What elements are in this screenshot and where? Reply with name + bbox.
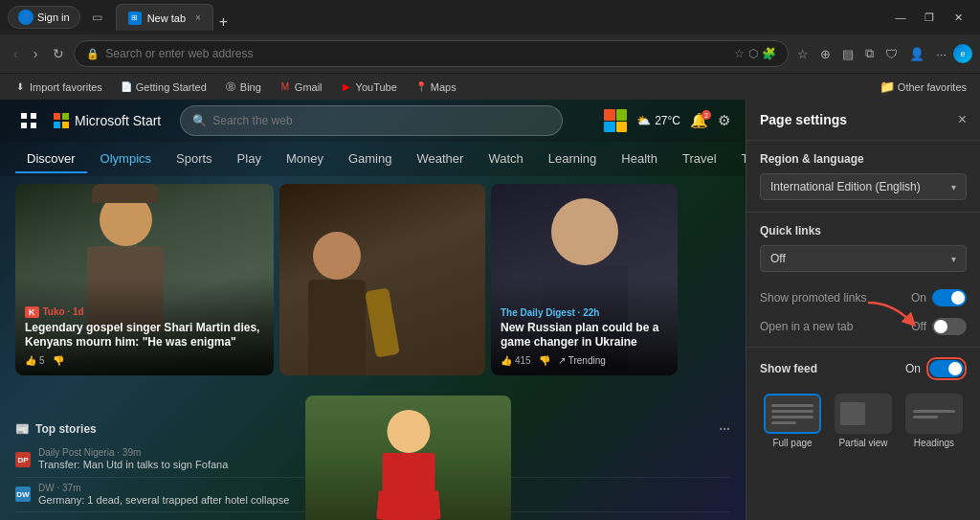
tab-sports[interactable]: Sports	[165, 146, 224, 173]
region-dropdown[interactable]: International Edition (English) ▾	[760, 173, 967, 200]
story-2-title: Germany: 1 dead, several trapped after h…	[38, 493, 289, 507]
tab-olympics-label: Olympics	[100, 151, 151, 166]
maximize-button[interactable]: ❐	[915, 8, 944, 27]
address-bar[interactable]: 🔒 ☆ ⬡ 🧩	[74, 40, 789, 67]
sign-in-button[interactable]: 👤 Sign in	[8, 6, 80, 29]
fav-other-favorites[interactable]: 📁 Other favorites	[874, 78, 972, 96]
tab-traffic[interactable]: Traffic	[730, 146, 746, 173]
tab-watch[interactable]: Watch	[477, 146, 534, 173]
feed-view-headings[interactable]: Headings	[902, 394, 967, 448]
tab-learning[interactable]: Learning	[537, 146, 609, 173]
news-card-3-likes[interactable]: 👍 415	[501, 355, 531, 366]
fav-getting-started[interactable]: 📄 Getting Started	[114, 79, 212, 96]
panel-close-button[interactable]: ×	[958, 111, 967, 128]
msn-logo: Microsoft Start	[54, 113, 161, 128]
news-card-1-source-name: Tuko · 1d	[43, 306, 84, 317]
maps-icon: 📍	[414, 80, 428, 94]
getting-started-icon: 📄	[120, 80, 133, 94]
news-card-2[interactable]	[279, 184, 485, 375]
browser-essentials-button[interactable]: 🛡	[880, 43, 902, 65]
active-tab[interactable]: ⊞ New tab ×	[116, 4, 213, 31]
msn-search-input[interactable]	[212, 114, 550, 127]
new-tab-button[interactable]: +	[213, 13, 234, 31]
news-card-1-likes[interactable]: 👍 5	[25, 355, 45, 366]
story-2-source-name: DW	[38, 483, 55, 493]
news-card-3-title: New Russian plan could be a game changer…	[501, 321, 668, 350]
extensions-icon[interactable]: 🧩	[762, 47, 776, 60]
open-new-tab-control: Off	[911, 318, 967, 335]
tab-bar: ⊞ New tab × +	[116, 4, 234, 31]
news-card-2-image	[279, 184, 485, 375]
refresh-button[interactable]: ↻	[47, 42, 70, 65]
address-input[interactable]	[105, 47, 728, 60]
msn-windows-logo[interactable]	[604, 109, 627, 132]
lock-icon: 🔒	[86, 48, 100, 60]
inprivate-button[interactable]: ⊕	[815, 43, 835, 65]
fav-getting-started-label: Getting Started	[136, 81, 207, 93]
story-2-source-icon: DW	[15, 486, 31, 502]
tab-health[interactable]: Health	[610, 146, 669, 173]
account-button[interactable]: 👤	[904, 43, 929, 65]
fav-bing[interactable]: Ⓑ Bing	[218, 79, 267, 96]
tab-strip-toggle[interactable]: ▭	[86, 9, 108, 26]
profile-icon: 👤	[18, 10, 33, 25]
likes-count: 5	[39, 355, 45, 366]
apps-grid-button[interactable]	[15, 113, 42, 128]
news-cards-row: K Tuko · 1d Legendary gospel singer Shar…	[15, 184, 730, 406]
msn-settings-button[interactable]: ⚙	[718, 112, 730, 129]
tab-gaming[interactable]: Gaming	[337, 146, 404, 173]
news-card-3-meta: 👍 415 👎 ↗ Trending	[501, 355, 668, 366]
fav-gmail[interactable]: M Gmail	[273, 79, 328, 96]
news-card-1-title: Legendary gospel singer Shari Martin die…	[25, 321, 264, 350]
more-button[interactable]: ···	[931, 43, 951, 65]
stories-more-button[interactable]: ···	[719, 421, 730, 437]
panel-title: Page settings	[760, 112, 847, 127]
fav-youtube[interactable]: ▶ YouTube	[334, 79, 403, 96]
fav-youtube-label: YouTube	[356, 81, 397, 93]
collections-icon[interactable]: ⬡	[748, 47, 758, 60]
bing-icon: Ⓑ	[224, 80, 237, 94]
tab-weather[interactable]: Weather	[405, 146, 475, 173]
show-feed-toggle[interactable]	[929, 360, 964, 377]
feed-view-full-page[interactable]: Full page	[760, 394, 825, 448]
msn-content: K Tuko · 1d Legendary gospel singer Shar…	[0, 176, 746, 520]
favorites-icon[interactable]: ☆	[734, 47, 745, 60]
split-view-button[interactable]: ⧉	[860, 42, 879, 65]
panel-header: Page settings ×	[746, 100, 980, 136]
fav-maps-label: Maps	[431, 81, 457, 93]
weather-widget[interactable]: ⛅ 27°C	[636, 114, 680, 127]
story-1-time: 39m	[122, 447, 141, 458]
partial-view-icon	[835, 394, 892, 434]
tab-discover[interactable]: Discover	[15, 146, 87, 173]
fav-maps[interactable]: 📍 Maps	[409, 79, 462, 96]
tab-olympics[interactable]: Olympics	[89, 146, 163, 173]
quick-links-dropdown[interactable]: Off ▾	[760, 245, 967, 272]
close-button[interactable]: ✕	[944, 8, 972, 27]
back-button[interactable]: ‹	[8, 42, 24, 65]
workspaces-button[interactable]: ▤	[837, 43, 858, 65]
story-2-meta: DW · 37m	[38, 483, 289, 493]
news-card-3[interactable]: The Daily Digest · 22h New Russian plan …	[491, 184, 678, 375]
thumbs-down-icon-3[interactable]: 👎	[539, 355, 550, 366]
minimize-button[interactable]: —	[886, 8, 915, 27]
region-dropdown-value: International Edition (English)	[770, 180, 921, 193]
tab-weather-label: Weather	[416, 151, 463, 166]
news-card-1[interactable]: K Tuko · 1d Legendary gospel singer Shar…	[15, 184, 274, 375]
show-promoted-toggle[interactable]	[932, 289, 967, 306]
feed-view-partial[interactable]: Partial view	[831, 394, 896, 448]
trending-arrow-icon: ↗	[558, 355, 566, 366]
tab-close-button[interactable]: ×	[195, 12, 201, 23]
msn-search-bar[interactable]: 🔍	[180, 105, 563, 136]
fav-import[interactable]: ⬇ Import favorites	[8, 79, 108, 96]
share-button[interactable]: ☆	[792, 43, 813, 65]
import-icon: ⬇	[13, 80, 27, 94]
tab-money[interactable]: Money	[275, 146, 335, 173]
tab-travel[interactable]: Travel	[671, 146, 728, 173]
notifications-button[interactable]: 🔔 2	[690, 112, 708, 129]
forward-button[interactable]: ›	[28, 42, 44, 65]
open-new-tab-toggle[interactable]	[932, 318, 967, 335]
tab-play[interactable]: Play	[226, 146, 273, 173]
msn-header-right: ⛅ 27°C 🔔 2 ⚙	[604, 109, 730, 132]
thumbs-down-icon[interactable]: 👎	[53, 355, 64, 366]
title-bar: 👤 Sign in ▭ ⊞ New tab × + — ❐ ✕	[0, 0, 980, 34]
